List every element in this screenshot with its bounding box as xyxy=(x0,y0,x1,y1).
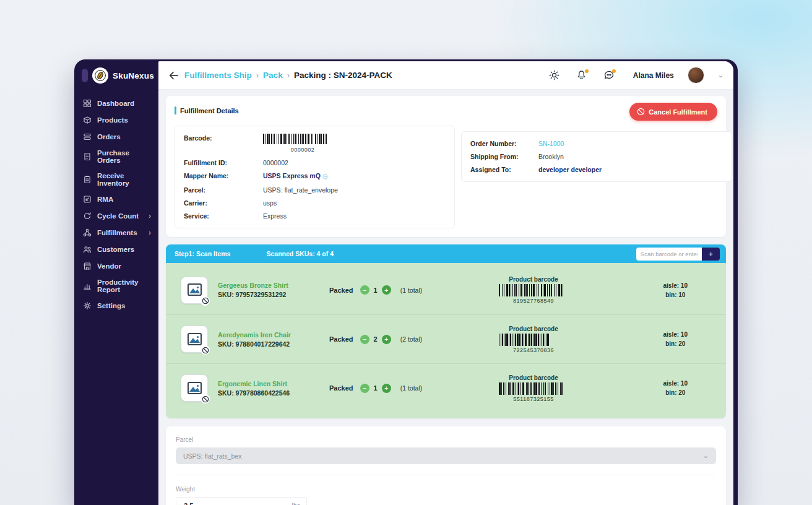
fulfillments-icon xyxy=(83,228,92,237)
order-number-link[interactable]: SN-1000 xyxy=(538,139,564,148)
sidebar-item-rma[interactable]: RMA xyxy=(82,191,152,207)
packed-label: Packed xyxy=(329,384,353,392)
assigned-to-value: developer developer xyxy=(538,165,602,174)
decrease-qty-button[interactable]: − xyxy=(360,335,369,344)
scan-items-section: Step1: Scan Items Scanned SKUs: 4 of 4 + xyxy=(166,244,726,418)
sidebar-item-fulfillments[interactable]: Fulfillments › xyxy=(82,224,152,241)
fulfillment-info-panel: Barcode: 0000002 Fulfillment ID: 0000002… xyxy=(175,126,455,228)
scan-item-row: Gergeeus Bronze Shirt SKU: 9795732953129… xyxy=(166,265,726,314)
sidebar-item-label: Cycle Count xyxy=(97,212,139,220)
mapper-name-label: Mapper Name: xyxy=(184,171,263,180)
messages-chat-icon[interactable] xyxy=(602,69,616,82)
brand-name: SkuNexus xyxy=(113,71,154,80)
bin-location: bin: 10 xyxy=(663,290,688,300)
sidebar-item-customers[interactable]: Customers xyxy=(82,241,152,257)
sidebar-item-dashboard[interactable]: Dashboard xyxy=(82,95,152,111)
avatar[interactable] xyxy=(688,67,704,84)
carrier-label: Carrier: xyxy=(184,199,263,207)
scan-items-list: Gergeeus Bronze Shirt SKU: 9795732953129… xyxy=(166,263,726,418)
add-scan-button[interactable]: + xyxy=(702,248,720,261)
product-barcode-number: 722545370836 xyxy=(513,347,554,353)
scan-item-row: Aeredynamis Iren Chair SKU: 978804017229… xyxy=(166,314,726,363)
sidebar-item-receive-inventory[interactable]: Receive Inventory xyxy=(82,168,152,191)
notifications-bell-icon[interactable] xyxy=(575,69,589,82)
fulfillment-barcode: 0000002 xyxy=(263,134,342,154)
fulfillment-id-value: 0000002 xyxy=(263,158,288,167)
barcode-image xyxy=(263,134,342,144)
vendor-icon xyxy=(83,262,92,270)
scan-items-header: Step1: Scan Items Scanned SKUs: 4 of 4 + xyxy=(166,244,726,263)
total-qty: (1 total) xyxy=(400,384,423,392)
customers-icon xyxy=(83,245,92,254)
packed-qty: 2 xyxy=(374,335,378,343)
theme-sun-icon[interactable] xyxy=(548,69,561,82)
skunexus-logo-icon xyxy=(92,67,108,84)
sidebar-item-cycle-count[interactable]: Cycle Count › xyxy=(82,207,152,224)
service-value: Express xyxy=(263,212,287,220)
chevron-down-icon[interactable]: ⌄ xyxy=(718,71,723,79)
product-image-placeholder-icon xyxy=(181,374,208,402)
sidebar-item-orders[interactable]: Orders xyxy=(82,128,152,145)
product-image-placeholder-icon xyxy=(181,277,208,304)
cancel-circle-icon xyxy=(637,108,645,116)
parcel-field-label: Parcel xyxy=(176,436,716,443)
weight-field: lbs xyxy=(176,497,307,505)
no-image-icon xyxy=(201,296,210,306)
bin-location: bin: 20 xyxy=(663,388,688,397)
sidebar-item-label: Purchase Orders xyxy=(97,149,151,164)
page-title: Packing : SN-2024-PACK xyxy=(294,71,392,80)
product-name: Aeredynamis Iren Chair xyxy=(218,331,329,339)
decrease-qty-button[interactable]: − xyxy=(360,384,369,393)
breadcrumb-pack[interactable]: Pack xyxy=(263,71,283,80)
no-image-icon xyxy=(201,345,210,355)
productivity-report-icon xyxy=(83,282,92,290)
mapper-link-icon xyxy=(322,173,328,181)
increase-qty-button[interactable]: + xyxy=(382,335,391,344)
scan-barcode-input[interactable] xyxy=(636,248,702,261)
sidebar-item-productivity-report[interactable]: Productivity Report xyxy=(82,274,152,297)
chevron-down-icon: ⌄ xyxy=(703,452,709,460)
decrease-qty-button[interactable]: − xyxy=(360,285,369,295)
parcel-select-value: USPS: flat_rats_bex xyxy=(183,452,242,460)
total-qty: (1 total) xyxy=(400,287,423,294)
aisle-location: aisle: 10 xyxy=(663,281,688,290)
product-image-placeholder-icon xyxy=(181,326,208,353)
sidebar-item-settings[interactable]: Settings xyxy=(82,297,152,314)
topbar: Fulfillments Ship › Pack › Packing : SN-… xyxy=(158,61,733,90)
section-title: Fulfillment Details xyxy=(175,103,239,114)
user-name: Alana Miles xyxy=(633,71,674,80)
carrier-value: usps xyxy=(263,199,277,207)
weight-field-label: Weight xyxy=(176,486,716,493)
increase-qty-button[interactable]: + xyxy=(382,384,391,393)
content: Fulfillment Details Cancel Fulfillment B… xyxy=(158,90,733,505)
sidebar-item-label: RMA xyxy=(97,196,113,203)
sidebar-item-label: Vendor xyxy=(97,262,121,270)
orders-icon xyxy=(83,132,92,141)
packed-qty: 1 xyxy=(374,287,378,294)
bin-location: bin: 20 xyxy=(663,339,688,348)
back-arrow-icon[interactable] xyxy=(167,69,181,82)
hamburger-menu-icon[interactable] xyxy=(82,69,88,82)
increase-qty-button[interactable]: + xyxy=(382,285,391,295)
sidebar-item-vendor[interactable]: Vendor xyxy=(82,257,152,274)
parcel-select[interactable]: USPS: flat_rats_bex ⌄ xyxy=(176,447,716,464)
divider xyxy=(176,475,716,475)
product-barcode-image xyxy=(499,382,568,395)
rma-icon xyxy=(83,195,92,204)
message-badge xyxy=(612,69,616,73)
aisle-location: aisle: 10 xyxy=(663,330,688,339)
sidebar-item-products[interactable]: Products xyxy=(82,111,152,128)
sidebar-item-label: Fulfillments xyxy=(97,229,137,236)
cancel-fulfillment-button[interactable]: Cancel Fulfillment xyxy=(629,103,717,121)
sidebar-item-label: Products xyxy=(97,116,128,124)
weight-input[interactable] xyxy=(183,501,269,505)
breadcrumb-fulfillments-ship[interactable]: Fulfillments Ship xyxy=(184,71,252,80)
sidebar-item-label: Productivity Report xyxy=(97,278,151,293)
scanned-skus-count: Scanned SKUs: 4 of 4 xyxy=(266,250,334,257)
sidebar-item-purchase-orders[interactable]: Purchase Orders xyxy=(82,145,152,168)
chevron-right-icon: › xyxy=(149,212,151,220)
barcode-label: Barcode: xyxy=(184,134,263,142)
mapper-name-value: USPS Express mQ xyxy=(263,171,328,181)
weight-unit: lbs xyxy=(292,502,300,505)
product-barcode-label: Product barcode xyxy=(509,276,558,283)
